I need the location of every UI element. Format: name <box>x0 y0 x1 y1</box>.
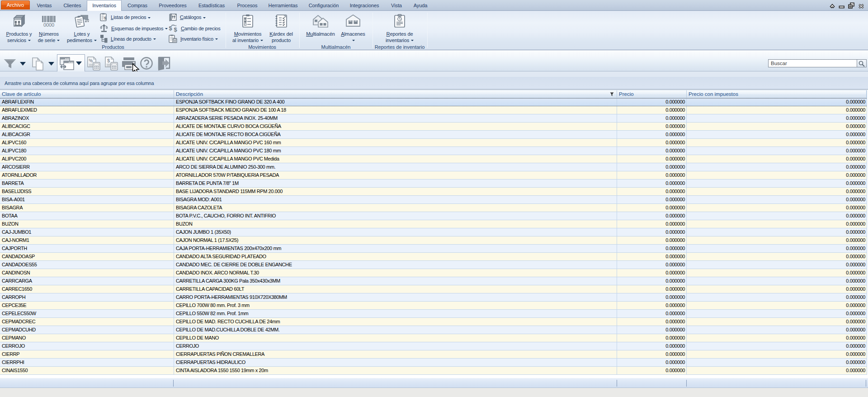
svg-text:0000: 0000 <box>43 22 54 27</box>
svg-text:$: $ <box>107 58 110 63</box>
svg-text:$: $ <box>169 25 173 32</box>
svg-text:$: $ <box>174 26 178 33</box>
svg-text:%: % <box>89 58 93 63</box>
